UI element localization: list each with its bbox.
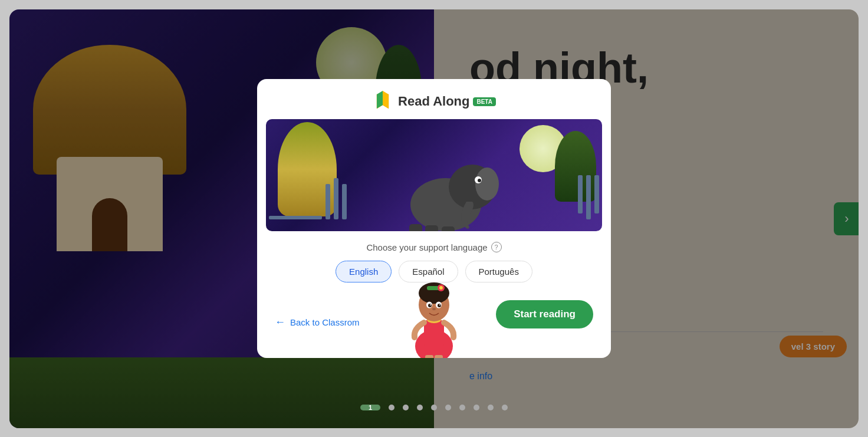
svg-rect-6 (425, 225, 438, 231)
language-modal: Read Along BETA (257, 79, 611, 358)
modal-header: Read Along BETA (372, 79, 496, 119)
pagination-dot-5[interactable] (431, 405, 437, 410)
diya-character (402, 267, 466, 358)
svg-rect-7 (442, 226, 455, 231)
modal-book-image (266, 119, 602, 231)
svg-point-18 (439, 286, 443, 290)
language-portugues-button[interactable]: Português (465, 261, 532, 282)
svg-rect-10 (424, 320, 444, 349)
modal-overlay: Read Along BETA (9, 9, 859, 428)
diya-svg (402, 267, 466, 358)
modal-fence-right (578, 175, 599, 219)
svg-point-22 (438, 304, 441, 307)
outer-frame: od night, ku! Author neryl Rao Translato… (9, 9, 859, 428)
svg-point-5 (478, 179, 481, 182)
start-reading-button[interactable]: Start reading (496, 300, 593, 328)
logo-text: Read Along BETA (398, 94, 496, 109)
modal-footer: ← Back to Classrom (257, 294, 611, 358)
elephant-illustration (387, 146, 505, 231)
read-along-logo: Read Along BETA (372, 91, 496, 112)
pagination-dot-8[interactable] (474, 405, 479, 410)
back-arrow-icon: ← (275, 316, 285, 328)
modal-fence-left (269, 178, 347, 219)
pagination-dot-9[interactable] (488, 405, 494, 410)
pagination-dot-1[interactable]: 1 (360, 405, 380, 410)
svg-point-24 (439, 304, 440, 305)
pagination-dot-10[interactable] (502, 405, 508, 410)
back-to-classroom-button[interactable]: ← Back to Classrom (275, 316, 360, 346)
pagination-dot-4[interactable] (417, 405, 423, 410)
help-icon[interactable]: ? (491, 242, 502, 252)
language-label: Choose your support language ? (275, 242, 593, 252)
svg-point-25 (432, 308, 436, 310)
read-along-logo-icon (372, 91, 393, 112)
pagination-dot-6[interactable] (445, 405, 451, 410)
svg-rect-27 (435, 355, 443, 358)
pagination-dot-3[interactable] (403, 405, 409, 410)
pagination-dot-7[interactable] (459, 405, 465, 410)
pagination: 1 (360, 405, 508, 410)
svg-point-23 (430, 304, 431, 305)
svg-point-21 (428, 304, 432, 307)
beta-badge: BETA (473, 97, 495, 106)
svg-rect-26 (425, 355, 433, 358)
svg-point-3 (475, 167, 499, 201)
pagination-dot-2[interactable] (389, 405, 394, 410)
svg-rect-8 (409, 224, 422, 231)
language-english-button[interactable]: English (336, 261, 392, 282)
